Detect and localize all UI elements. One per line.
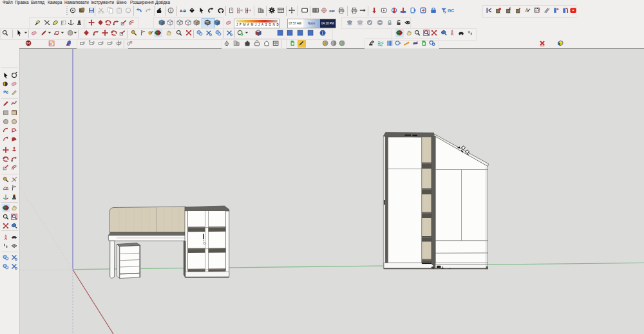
svg-text:.DXF: .DXF bbox=[328, 10, 335, 13]
svg-text:GC: GC bbox=[448, 8, 454, 13]
svg-text:A-B: A-B bbox=[180, 9, 186, 13]
